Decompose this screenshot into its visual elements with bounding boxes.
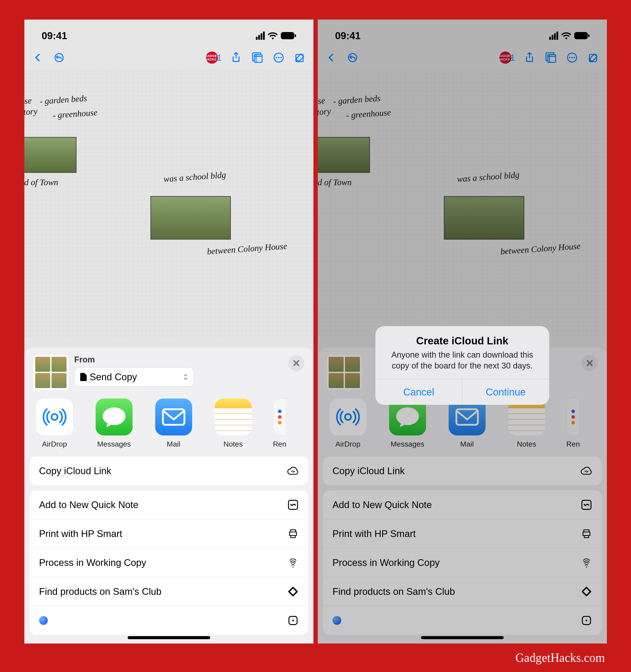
toolbar: GADGET HACKS 1 <box>24 46 313 70</box>
handwriting-note: - garden beds <box>39 93 87 106</box>
back-button[interactable] <box>31 51 45 65</box>
collaborator-badge[interactable]: GADGET HACKS 1 <box>206 51 221 64</box>
status-bar: 09:41 <box>24 20 313 46</box>
handwriting-note: was a school bldg <box>163 170 226 184</box>
action-quick-note[interactable]: Add to New Quick Note <box>29 490 308 519</box>
close-icon <box>293 359 300 367</box>
handwriting-note: use <box>24 95 32 106</box>
svg-rect-1 <box>294 34 296 37</box>
share-apps-row[interactable]: AirDrop Messages Mail Notes <box>29 397 308 455</box>
boards-button[interactable] <box>250 51 264 65</box>
notes-icon <box>215 399 252 435</box>
home-indicator[interactable] <box>128 636 210 639</box>
app-reminders-partial[interactable]: Ren <box>270 399 290 448</box>
send-mode-picker[interactable]: Send Copy <box>74 367 194 387</box>
freeform-canvas[interactable]: use story - garden beds - greenhouse nd … <box>24 70 313 337</box>
svg-point-7 <box>280 57 282 58</box>
phone-left: 09:41 GADGET HACKS 1 <box>24 20 313 644</box>
svg-rect-3 <box>254 54 262 63</box>
home-indicator[interactable] <box>421 636 504 639</box>
site-credit: GadgetHacks.com <box>515 651 605 665</box>
svg-point-9 <box>51 414 57 420</box>
more-button[interactable] <box>272 51 286 65</box>
svg-rect-10 <box>163 409 184 425</box>
mail-icon <box>155 399 192 435</box>
app-messages[interactable]: Messages <box>91 399 137 448</box>
blue-dot-icon <box>39 616 48 625</box>
action-print-hp[interactable]: Print with HP Smart <box>29 519 308 548</box>
alert-dialog: Create iCloud Link Anyone with the link … <box>375 326 549 405</box>
continue-button[interactable]: Continue <box>462 379 549 405</box>
compose-button[interactable] <box>293 51 307 65</box>
cloud-link-icon <box>287 465 299 477</box>
app-airdrop[interactable]: AirDrop <box>32 399 77 448</box>
from-label: From <box>74 355 282 364</box>
action-working-copy[interactable]: Process in Working Copy <box>29 548 308 577</box>
app-mail[interactable]: Mail <box>151 399 196 448</box>
wifi-icon <box>268 32 278 40</box>
action-more[interactable] <box>29 606 308 635</box>
cancel-button[interactable]: Cancel <box>375 379 462 405</box>
svg-point-6 <box>278 57 279 58</box>
messages-icon <box>96 399 132 435</box>
quick-note-icon <box>287 499 299 510</box>
box-dot-icon <box>287 615 299 626</box>
share-sheet: From Send Copy <box>24 347 313 644</box>
reminders-icon <box>273 399 286 435</box>
picker-value: Send Copy <box>90 371 137 382</box>
collaborator-count: 1 <box>217 53 221 63</box>
airdrop-icon <box>36 399 73 435</box>
chevrons-icon <box>183 373 188 381</box>
svg-point-5 <box>275 57 277 58</box>
handwriting-note: story <box>24 106 38 117</box>
battery-icon <box>281 32 296 39</box>
handwriting-note: between Colony House <box>207 241 290 257</box>
alert-title: Create iCloud Link <box>385 335 540 347</box>
diamond-icon <box>287 586 299 597</box>
svg-rect-0 <box>281 32 294 39</box>
cell-signal-icon <box>256 31 265 40</box>
svg-point-13 <box>292 620 294 621</box>
status-time: 09:41 <box>42 30 67 42</box>
action-copy-icloud-link[interactable]: Copy iCloud Link <box>29 457 308 485</box>
undo-button[interactable] <box>52 51 66 65</box>
fingerprint-icon <box>287 557 299 568</box>
printer-icon <box>287 528 299 539</box>
handwriting-note: nd of Town <box>24 177 58 187</box>
gadgethacks-avatar: GADGET HACKS <box>206 51 218 64</box>
sheet-preview-thumb <box>33 355 68 390</box>
status-right <box>256 31 296 40</box>
image-thumbnail[interactable] <box>150 196 231 240</box>
document-icon <box>80 373 87 381</box>
alert-message: Anyone with the link can download this c… <box>385 350 540 371</box>
action-sams-club[interactable]: Find products on Sam's Club <box>29 577 308 606</box>
share-button[interactable] <box>229 51 243 65</box>
app-notes[interactable]: Notes <box>211 399 256 448</box>
image-thumbnail[interactable] <box>24 137 76 173</box>
handwriting-note: - greenhouse <box>52 107 98 120</box>
close-button[interactable] <box>288 355 304 371</box>
phone-right: 09:41 GADGET HACKS 1 use story - garden <box>318 20 607 644</box>
